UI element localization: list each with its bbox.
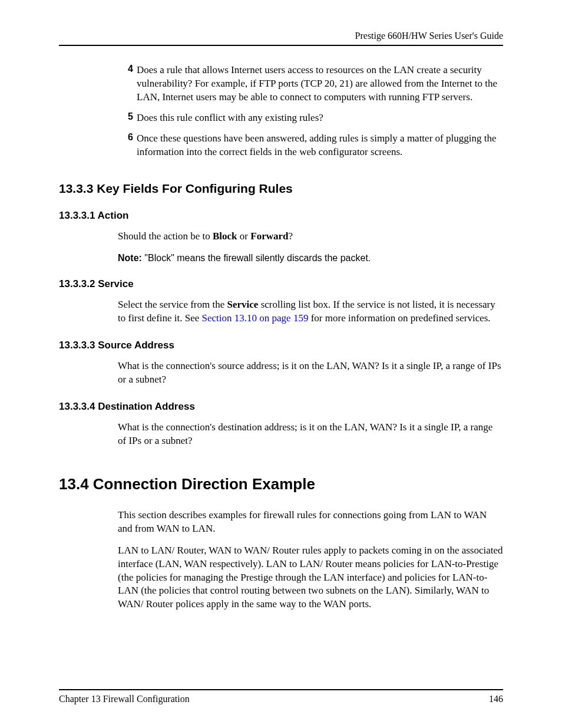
note-label: Note:	[118, 253, 144, 263]
para-service: Select the service from the Service scro…	[118, 298, 503, 325]
list-text: Does this rule conflict with any existin…	[137, 111, 323, 125]
para-action: Should the action be to Block or Forward…	[118, 230, 503, 243]
list-number: 6	[123, 132, 133, 143]
list-item: 5 Does this rule conflict with any exist…	[59, 111, 503, 125]
list-item: 4 Does a rule that allows Internet users…	[59, 64, 503, 104]
footer-chapter: Chapter 13 Firewall Configuration	[59, 694, 190, 704]
cross-ref-link[interactable]: Section 13.10 on page 159	[202, 312, 309, 324]
heading-connection-direction: 13.4 Connection Direction Example	[59, 475, 503, 493]
para-conn-2: LAN to LAN/ Router, WAN to WAN/ Router r…	[118, 544, 503, 612]
para-source: What is the connection's source address;…	[118, 360, 503, 387]
heading-service: 13.3.3.2 Service	[59, 278, 503, 290]
text: ?	[288, 230, 293, 242]
para-destination: What is the connection's destination add…	[118, 421, 503, 448]
text: or	[237, 230, 251, 242]
list-item: 6 Once these questions have been answere…	[59, 132, 503, 159]
footer-page: 146	[489, 694, 503, 704]
note-text: "Block" means the firewall silently disc…	[144, 253, 371, 263]
heading-key-fields: 13.3.3 Key Fields For Configuring Rules	[59, 182, 503, 196]
heading-action: 13.3.3.1 Action	[59, 210, 503, 222]
numbered-list: 4 Does a rule that allows Internet users…	[59, 64, 503, 159]
text: for more information on predefined servi…	[308, 312, 490, 324]
page-content: 4 Does a rule that allows Internet users…	[59, 64, 503, 689]
text-bold: Block	[213, 230, 237, 242]
heading-destination-address: 13.3.3.4 Destination Address	[59, 401, 503, 413]
footer-wrap: Chapter 13 Firewall Configuration 146	[59, 689, 503, 704]
note: Note: "Block" means the firewall silentl…	[118, 252, 503, 265]
list-text: Once these questions have been answered,…	[137, 132, 503, 159]
text: Select the service from the	[118, 299, 227, 310]
heading-source-address: 13.3.3.3 Source Address	[59, 340, 503, 351]
list-text: Does a rule that allows Internet users a…	[137, 64, 503, 104]
list-number: 5	[123, 111, 133, 122]
header-title: Prestige 660H/HW Series User's Guide	[59, 31, 503, 41]
para-conn-1: This section describes examples for fire…	[118, 509, 503, 536]
footer: Chapter 13 Firewall Configuration 146	[59, 690, 503, 704]
text: Should the action be to	[118, 230, 213, 242]
header-rule	[59, 45, 503, 46]
text-bold: Service	[227, 299, 259, 310]
text-bold: Forward	[250, 230, 288, 242]
list-number: 4	[123, 64, 133, 74]
